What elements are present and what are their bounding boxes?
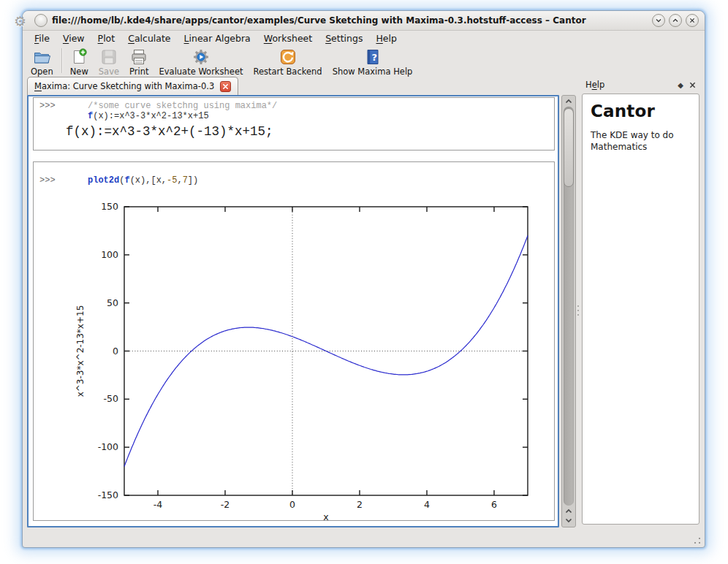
svg-text:100: 100 — [101, 249, 118, 260]
toolbar-label: Restart Backend — [253, 66, 322, 77]
evaluate-worksheet-button[interactable]: Evaluate Worksheet — [154, 47, 249, 78]
svg-text:-4: -4 — [153, 499, 163, 510]
evaluate-icon — [192, 48, 210, 66]
open-button[interactable]: Open — [26, 47, 58, 78]
code-input[interactable]: f(x):=x^3-3*x^2-13*x+15 — [88, 111, 209, 121]
worksheet-cell-definition[interactable]: >>> /*some curve sketchng using maxima*/… — [33, 97, 555, 150]
menu-plot[interactable]: Plot — [91, 31, 122, 45]
statusbar — [23, 528, 705, 548]
help-panel-content: Cantor The KDE way to do Mathematics — [582, 94, 699, 525]
scrollbar-bottom-buttons — [562, 506, 575, 527]
panel-float-icon[interactable]: ◆ — [675, 79, 686, 91]
code-token-plain: (x),[x, — [130, 175, 167, 186]
code-token-num: 7 — [183, 175, 188, 186]
window-minimize-button[interactable] — [652, 14, 665, 27]
scrollbar-thumb[interactable] — [564, 108, 574, 187]
svg-text:2: 2 — [357, 499, 363, 510]
window-menu-gear-icon[interactable]: ⚙ — [14, 13, 26, 29]
new-button[interactable]: New — [65, 47, 94, 78]
svg-text:-100: -100 — [98, 441, 118, 452]
scrollbar-track[interactable] — [564, 107, 574, 506]
new-icon — [70, 48, 88, 66]
svg-text:50: 50 — [107, 297, 118, 308]
plot2d-image: -4-20246150100500-50-100-150xx^3-3*x^2-1… — [34, 191, 556, 522]
toolbar-label: Evaluate Worksheet — [159, 66, 243, 77]
cell-output: f(x):=x^3-3*x^2+(-13)*x+15; — [66, 124, 273, 139]
toolbar-label: Open — [31, 66, 53, 77]
svg-text:-2: -2 — [221, 499, 230, 510]
open-icon — [33, 48, 50, 66]
restart-backend-button[interactable]: Restart Backend — [248, 47, 327, 78]
menu-settings[interactable]: Settings — [319, 31, 369, 45]
help-body-text: The KDE way to do Mathematics — [591, 129, 691, 153]
restart-icon — [279, 48, 297, 66]
titlebar[interactable]: ⚙ file:///home/lb/.kde4/share/apps/canto… — [23, 11, 705, 31]
menu-file[interactable]: File — [28, 31, 56, 45]
window-title: file:///home/lb/.kde4/share/apps/cantor/… — [52, 11, 624, 30]
toolbar-label: Show Maxima Help — [333, 66, 413, 77]
code-comment[interactable]: /*some curve sketchng using maxima*/ — [88, 101, 277, 111]
scrollbar-up-icon[interactable] — [562, 506, 575, 516]
tab-label: Maxima: Curve Sketching with Maxima-0.3 — [34, 81, 214, 91]
svg-text:x^3-3*x^2-13*x+15: x^3-3*x^2-13*x+15 — [75, 305, 86, 397]
code-token-num: -5 — [167, 175, 177, 186]
help-panel-title: Help — [585, 80, 675, 90]
code-input[interactable]: plot2d(f(x),[x,-5,7]) — [88, 175, 198, 186]
code-token-func: f — [124, 175, 129, 186]
save-icon — [100, 48, 118, 66]
code-token-func: plot2d — [88, 175, 119, 186]
menu-worksheet[interactable]: Worksheet — [257, 31, 319, 45]
scrollbar-down-icon[interactable] — [562, 516, 575, 525]
help-heading: Cantor — [591, 102, 691, 121]
svg-text:-150: -150 — [98, 489, 118, 500]
svg-text:x: x — [323, 511, 328, 522]
cell-prompt: >>> — [39, 101, 56, 111]
maxima-help-icon: ? — [364, 48, 382, 66]
tab-maxima-worksheet[interactable]: Maxima: Curve Sketching with Maxima-0.3 — [27, 77, 238, 95]
menu-calculate[interactable]: Calculate — [121, 31, 177, 45]
panel-close-icon[interactable] — [686, 79, 698, 91]
toolbar-label: New — [70, 66, 88, 77]
worksheet-cell-plot[interactable]: >>> plot2d(f(x),[x,-5,7]) -4-20246150100… — [33, 161, 555, 521]
save-button: Save — [94, 47, 124, 78]
main-area: Maxima: Curve Sketching with Maxima-0.3 … — [23, 76, 705, 528]
print-icon — [130, 48, 148, 66]
menu-view[interactable]: View — [56, 31, 91, 45]
menu-linear-algebra[interactable]: Linear Algebra — [178, 31, 257, 45]
tab-close-icon[interactable] — [220, 81, 231, 92]
help-panel-header[interactable]: Help ◆ — [580, 77, 701, 92]
toolbar-label: Save — [99, 66, 119, 77]
svg-text:150: 150 — [101, 201, 118, 212]
svg-text:6: 6 — [491, 499, 497, 510]
svg-text:0: 0 — [113, 346, 118, 357]
code-token-plain: ]) — [188, 175, 198, 186]
code-token-plain: , — [177, 175, 182, 186]
cantor-window: ⚙ file:///home/lb/.kde4/share/apps/canto… — [22, 10, 705, 548]
svg-text:-50: -50 — [104, 393, 118, 404]
window-buttons — [652, 14, 699, 27]
window-pin-button[interactable] — [34, 14, 48, 27]
resize-grip[interactable] — [694, 537, 701, 544]
code-token-comment: /*some curve sketchng using maxima*/ — [88, 101, 277, 111]
svg-text:4: 4 — [424, 499, 430, 510]
svg-text:?: ? — [371, 52, 377, 63]
worksheet-view[interactable]: >>> /*some curve sketchng using maxima*/… — [27, 95, 559, 527]
toolbar: OpenNewSavePrintEvaluate WorksheetRestar… — [23, 45, 705, 76]
menubar: FileViewPlotCalculateLinear AlgebraWorks… — [23, 31, 705, 45]
show-maxima-help-button[interactable]: ?Show Maxima Help — [327, 47, 418, 78]
toolbar-label: Print — [129, 66, 148, 77]
cell-prompt: >>> — [39, 175, 56, 186]
print-button[interactable]: Print — [124, 47, 153, 78]
scrollbar-up-icon[interactable] — [562, 96, 575, 107]
menu-help[interactable]: Help — [369, 31, 403, 45]
worksheet-scrollbar[interactable] — [561, 95, 576, 527]
window-maximize-button[interactable] — [669, 14, 682, 27]
svg-text:0: 0 — [289, 499, 295, 510]
window-close-button[interactable] — [686, 14, 699, 27]
tab-bar: Maxima: Curve Sketching with Maxima-0.3 — [27, 76, 238, 95]
help-panel: Help ◆ Cantor The KDE way to do Mathemat… — [580, 77, 701, 527]
code-token-plain: (x):=x^3-3*x^2-13*x+15 — [93, 111, 208, 121]
toolbar-separator — [61, 48, 62, 73]
